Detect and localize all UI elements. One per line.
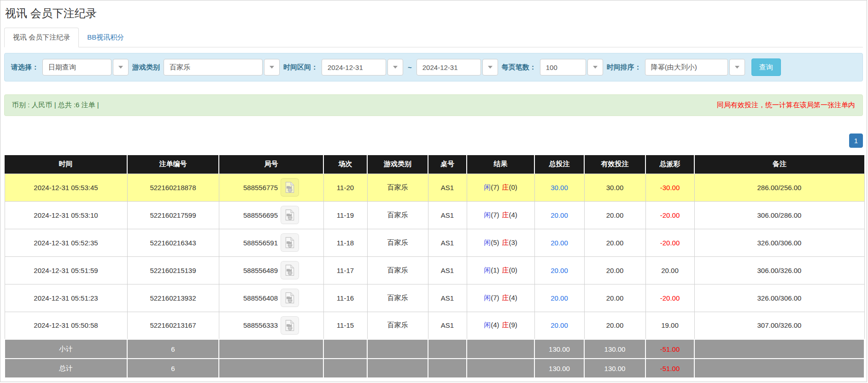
game-type-select[interactable]: 百家乐	[164, 59, 280, 75]
game-type-label: 游戏类别	[132, 63, 160, 72]
banker-score: (4)	[509, 294, 517, 302]
session-cell: 11-20	[323, 174, 367, 201]
session-cell: 11-15	[323, 312, 367, 339]
summary-empty-cell	[367, 339, 428, 359]
total-bet-link[interactable]: 30.00	[551, 184, 568, 192]
video-replay-button[interactable]	[281, 289, 299, 307]
result-cell: 闲(7)庄(4)	[467, 201, 534, 229]
player-score: (1)	[491, 266, 499, 274]
summary-empty-cell	[694, 339, 864, 359]
summary-empty-cell	[467, 359, 534, 378]
game-type-dropdown-button[interactable]	[264, 59, 280, 75]
total-bet-link[interactable]: 20.00	[551, 294, 568, 302]
video-replay-button[interactable]	[281, 178, 299, 197]
video-replay-button[interactable]	[281, 233, 299, 252]
chevron-down-icon	[593, 66, 598, 69]
date-from-dropdown-button[interactable]	[387, 59, 403, 75]
date-to-value[interactable]: 2024-12-31	[416, 59, 481, 75]
valid-bet-cell: 20.00	[584, 201, 645, 229]
player-label: 闲	[484, 183, 491, 191]
tab-betting-records[interactable]: 视讯 会员下注纪录	[4, 28, 79, 47]
table-no-cell: AS1	[428, 284, 467, 312]
banker-label: 庄	[502, 266, 509, 274]
sort-order-dropdown-button[interactable]	[729, 59, 745, 75]
query-type-select[interactable]: 日期查询	[42, 59, 129, 75]
summary-label-cell: 小计	[5, 339, 127, 359]
page-size-select[interactable]: 100	[540, 59, 603, 75]
page-size-dropdown-button[interactable]	[587, 59, 603, 75]
date-range-tilde: ~	[407, 64, 413, 71]
col-header-note: 备注	[694, 155, 864, 174]
summary-row: 小计 6 130.00 130.00 -51.00	[5, 339, 864, 359]
time-cell: 2024-12-31 05:51:23	[5, 284, 127, 312]
search-button[interactable]: 查询	[751, 58, 781, 76]
table-row: 2024-12-31 05:51:23 522160213932 5885564…	[5, 284, 864, 312]
total-bet-link[interactable]: 20.00	[551, 211, 568, 219]
table-no-cell: AS1	[428, 256, 467, 284]
note-cell: 306.00/326.00	[694, 256, 864, 284]
total-bet-cell: 20.00	[534, 312, 584, 339]
page-number-button[interactable]: 1	[849, 133, 863, 148]
date-from-select[interactable]: 2024-12-31	[322, 59, 403, 75]
date-to-dropdown-button[interactable]	[482, 59, 498, 75]
round-id-text: 588556333	[243, 321, 278, 329]
note-cell: 326.00/306.00	[694, 229, 864, 256]
video-replay-button[interactable]	[281, 316, 299, 335]
tab-bar: 视讯 会员下注纪录 BB视讯积分	[4, 27, 863, 47]
summary-empty-cell	[694, 359, 864, 378]
query-type-value[interactable]: 日期查询	[42, 59, 111, 75]
total-bet-link[interactable]: 20.00	[551, 321, 568, 329]
total-bet-link[interactable]: 20.00	[551, 239, 568, 247]
query-type-dropdown-button[interactable]	[113, 59, 129, 75]
summary-payout-cell: -51.00	[645, 359, 694, 378]
note-cell: 306.00/286.00	[694, 201, 864, 229]
banker-score: (9)	[509, 321, 517, 329]
bet-id-cell: 522160217599	[127, 201, 219, 229]
round-cell: 588556775	[219, 174, 323, 201]
table-header-row: 时间 注单编号 局号 场次 游戏类别 桌号 结果 总投注 有效投注 总派彩 备注	[5, 155, 864, 174]
total-bet-link[interactable]: 20.00	[551, 267, 568, 274]
summary-empty-cell	[428, 359, 467, 378]
betting-records-table: 时间 注单编号 局号 场次 游戏类别 桌号 结果 总投注 有效投注 总派彩 备注…	[4, 155, 865, 378]
total-bet-cell: 20.00	[534, 256, 584, 284]
summary-label-cell: 总计	[5, 359, 127, 378]
video-replay-icon	[284, 237, 296, 249]
game-type-cell: 百家乐	[367, 256, 428, 284]
round-id-text: 588556591	[243, 239, 278, 247]
currency-total-text: 币别 : 人民币 | 总共 :6 注单 |	[12, 101, 99, 110]
payout-cell: -30.00	[645, 174, 694, 201]
bet-id-cell: 522160218878	[127, 174, 219, 201]
date-to-select[interactable]: 2024-12-31	[416, 59, 498, 75]
player-score: (4)	[491, 321, 499, 329]
result-cell: 闲(7)庄(0)	[467, 174, 534, 201]
summary-count-cell: 6	[127, 339, 219, 359]
chevron-down-icon	[393, 66, 398, 69]
result-cell: 闲(1)庄(0)	[467, 256, 534, 284]
sort-order-value[interactable]: 降幂(由大到小)	[645, 59, 728, 75]
video-replay-icon	[284, 181, 296, 193]
payout-cell: -20.00	[645, 201, 694, 229]
summary-empty-cell	[367, 359, 428, 378]
game-type-value[interactable]: 百家乐	[164, 59, 263, 75]
valid-bet-cell: 30.00	[584, 174, 645, 201]
player-score: (7)	[491, 211, 499, 219]
table-row: 2024-12-31 05:53:10 522160217599 5885566…	[5, 201, 864, 229]
game-type-cell: 百家乐	[367, 229, 428, 256]
sort-order-select[interactable]: 降幂(由大到小)	[645, 59, 745, 75]
tab-bb-video-points[interactable]: BB视讯积分	[79, 28, 132, 47]
date-from-value[interactable]: 2024-12-31	[322, 59, 386, 75]
table-no-cell: AS1	[428, 174, 467, 201]
round-cell: 588556408	[219, 284, 323, 312]
col-header-bet-id: 注单编号	[127, 155, 219, 174]
banker-label: 庄	[502, 238, 509, 246]
session-cell: 11-16	[323, 284, 367, 312]
video-replay-button[interactable]	[281, 261, 299, 279]
payout-cell: -20.00	[645, 229, 694, 256]
page-size-value[interactable]: 100	[540, 59, 586, 75]
table-no-cell: AS1	[428, 201, 467, 229]
chevron-down-icon	[270, 66, 274, 69]
total-bet-cell: 20.00	[534, 284, 584, 312]
summary-info-bar: 币别 : 人民币 | 总共 :6 注单 | 同局有效投注，统一计算在该局第一张注…	[4, 94, 863, 116]
video-replay-button[interactable]	[281, 206, 299, 224]
round-id-text: 588556408	[243, 294, 278, 302]
